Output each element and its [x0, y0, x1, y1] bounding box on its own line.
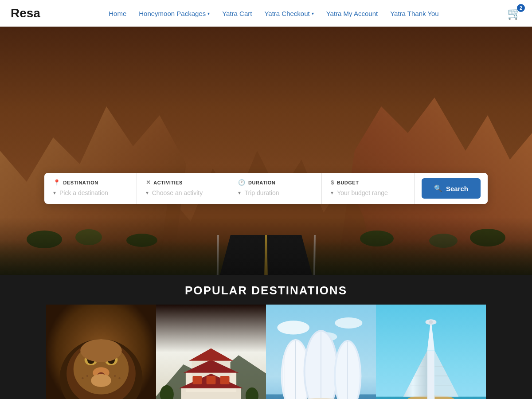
hero-background — [0, 27, 532, 301]
bhutan-image — [156, 305, 266, 399]
hero-landscape-svg — [0, 27, 532, 301]
popular-title: POPULAR DESTINATIONS — [0, 275, 532, 305]
nav-honeymoon-packages[interactable]: Honeymoon Packages ▾ — [139, 10, 210, 17]
search-box: 📍 DESTINATION ▾ Pick a destination ✕ ACT… — [44, 173, 488, 204]
cart-badge: 2 — [517, 4, 525, 12]
search-button-wrapper: 🔍 Search — [415, 173, 488, 204]
main-nav: Home Honeymoon Packages ▾ Yatra Cart Yat… — [109, 10, 438, 17]
svg-point-55 — [335, 317, 362, 329]
cart-button[interactable]: 🛒 2 — [507, 7, 521, 20]
duration-field[interactable]: 🕐 DURATION ▾ Trip duration — [229, 173, 322, 204]
dollar-icon: $ — [331, 179, 334, 186]
africa-lion-svg — [46, 305, 156, 399]
svg-point-32 — [118, 377, 120, 379]
bhutan-temple-svg — [156, 305, 266, 399]
svg-rect-43 — [207, 376, 216, 384]
svg-point-28 — [91, 374, 111, 387]
africa-image — [46, 305, 156, 399]
nav-yatra-my-account[interactable]: Yatra My Account — [326, 10, 378, 17]
svg-point-31 — [114, 375, 116, 377]
svg-point-30 — [82, 377, 83, 379]
chevron-down-icon: ▾ — [238, 190, 241, 196]
svg-rect-44 — [220, 376, 230, 384]
chevron-down-icon: ▾ — [312, 11, 314, 16]
nav-yatra-cart[interactable]: Yatra Cart — [222, 10, 252, 17]
svg-point-54 — [277, 321, 309, 334]
destinations-grid: Africa — [0, 305, 532, 399]
chevron-down-icon: ▾ — [207, 11, 210, 16]
nav-yatra-thank-you[interactable]: Yatra Thank You — [390, 10, 439, 17]
clock-icon: 🕐 — [238, 179, 246, 186]
budget-field[interactable]: $ BUDGET ▾ Your budget range — [322, 173, 415, 204]
svg-point-33 — [80, 339, 121, 362]
destination-card-dubai[interactable]: Dubai — [376, 305, 486, 399]
nav-yatra-checkout[interactable]: Yatra Checkout ▾ — [264, 10, 313, 17]
destination-card-bhutan[interactable]: Bhutan — [156, 305, 266, 399]
location-icon: 📍 — [53, 179, 61, 186]
hero-section: 📍 DESTINATION ▾ Pick a destination ✕ ACT… — [0, 27, 532, 399]
destination-card-china[interactable]: China — [266, 305, 376, 399]
dubai-burj-svg — [376, 305, 486, 399]
svg-rect-42 — [192, 376, 202, 384]
chevron-down-icon: ▾ — [53, 190, 56, 196]
destination-field[interactable]: 📍 DESTINATION ▾ Pick a destination — [44, 173, 137, 204]
svg-point-29 — [86, 375, 88, 377]
activities-field[interactable]: ✕ ACTIVITIES ▾ Choose an activity — [137, 173, 230, 204]
svg-rect-77 — [427, 351, 435, 399]
svg-point-89 — [429, 320, 433, 324]
popular-destinations-section: POPULAR DESTINATIONS — [0, 275, 532, 399]
site-logo[interactable]: Resa — [11, 6, 40, 20]
chevron-down-icon: ▾ — [146, 190, 149, 196]
header: Resa Home Honeymoon Packages ▾ Yatra Car… — [0, 0, 532, 27]
china-image — [266, 305, 376, 399]
nav-home[interactable]: Home — [109, 10, 126, 17]
search-button[interactable]: 🔍 Search — [422, 178, 481, 199]
chevron-down-icon: ▾ — [331, 190, 333, 196]
activities-icon: ✕ — [146, 179, 151, 186]
search-icon: 🔍 — [434, 184, 442, 192]
dubai-image — [376, 305, 486, 399]
china-buildings-svg — [266, 305, 376, 399]
destination-card-africa[interactable]: Africa — [46, 305, 156, 399]
